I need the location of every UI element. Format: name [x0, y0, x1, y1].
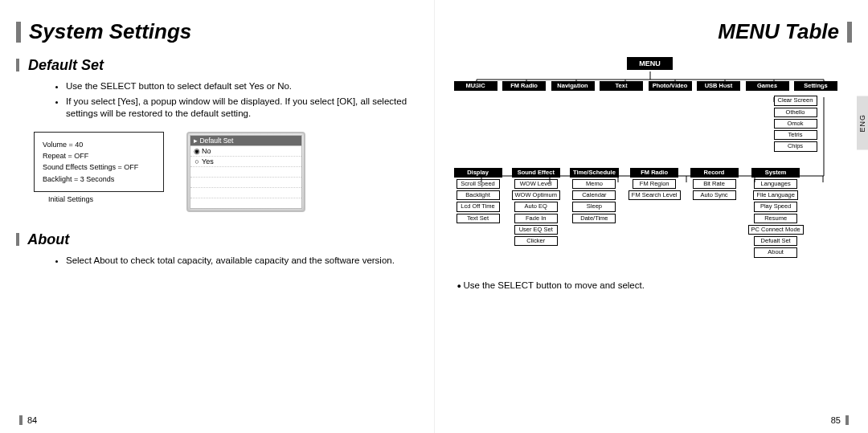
menu-tree: MENU MUSICFM RadioNavigationTextPhoto/Vi… — [454, 57, 846, 258]
games-submenu: Clear ScreenOthelloOmokTetrisChips — [774, 96, 817, 151]
initial-settings-box: Volume = 40 Repeat = OFF Sound Effects S… — [34, 132, 164, 193]
top-menu-node: FM Radio — [502, 81, 546, 91]
settings-item-node: Backlight — [457, 190, 500, 200]
settings-item-node: Sleep — [572, 202, 616, 211]
settings-group-column: Sound EffectWOW LevelWOW OptimumAuto EQF… — [512, 168, 561, 258]
games-item-node: Clear Screen — [774, 96, 817, 105]
settings-group-header: Record — [690, 168, 739, 178]
default-set-bullets: Use the SELECT button to select default … — [34, 80, 418, 121]
settings-item-node: Defualt Set — [754, 236, 797, 246]
games-item-node: Tetris — [774, 130, 817, 140]
top-menu-node: Navigation — [551, 81, 595, 91]
top-menu-node: Games — [746, 81, 789, 91]
menu-root-node: MENU — [627, 57, 673, 70]
settings-item-node: FM Region — [633, 179, 676, 189]
section-about-label: About — [27, 231, 69, 247]
title-text: System Settings — [29, 19, 191, 44]
right-page-title: MENU Table — [451, 19, 853, 44]
settings-item-node: Scroll Speed — [457, 179, 500, 189]
lcd-header-label: Default Set — [199, 137, 233, 145]
lcd-screen: ▸ Default Set ◉No ○Yes — [190, 135, 302, 209]
top-menu-node: USB Host — [697, 81, 740, 91]
page-number-right: 85 — [831, 415, 849, 425]
games-item-node: Othello — [774, 108, 817, 117]
settings-item-node: About — [754, 247, 797, 257]
settings-group-column: SystemLanguagesFile LanguagePlay SpeedRe… — [748, 168, 804, 258]
section-divider-icon — [16, 233, 19, 246]
settings-item-node: Clicker — [514, 236, 558, 246]
settings-item-node: Lcd Off Time — [457, 202, 500, 211]
page-number-left: 84 — [19, 415, 37, 425]
init-line: Sound Effects Settings = OFF — [43, 161, 155, 173]
section-default-set-label: Default Set — [28, 57, 104, 73]
language-tab: ENG — [857, 96, 868, 150]
lcd-blank-row — [190, 188, 301, 198]
lcd-mockup: ▸ Default Set ◉No ○Yes — [186, 132, 305, 212]
settings-item-node: FM Search Level — [628, 190, 681, 200]
init-line: Repeat = OFF — [43, 150, 155, 161]
settings-item-node: Memo — [572, 179, 616, 189]
settings-item-node: Auto EQ — [514, 202, 558, 211]
settings-item-node: Languages — [754, 179, 797, 189]
settings-group-column: FM RadioFM RegionFM Search Level — [628, 168, 681, 258]
init-line: Backlight = 3 Seconds — [43, 174, 155, 185]
initial-settings-figure: Volume = 40 Repeat = OFF Sound Effects S… — [34, 132, 164, 212]
settings-group-column: Time/ScheduleMemoCalendarSleepDate/Time — [570, 168, 619, 258]
settings-group-header: Display — [454, 168, 502, 178]
lcd-option-yes: ○Yes — [190, 157, 301, 167]
bullet-item: Use the SELECT button to select default … — [66, 80, 418, 93]
initial-settings-caption: Initial Settings — [48, 195, 164, 203]
settings-item-node: Date/Time — [572, 214, 616, 223]
games-item-node: Chips — [774, 141, 817, 151]
settings-item-node: WOW Level — [514, 179, 558, 189]
top-menu-node: Settings — [794, 81, 837, 91]
settings-item-node: Resume — [754, 214, 797, 223]
lcd-blank-row — [190, 167, 301, 178]
radio-unselected-icon: ○ — [194, 157, 200, 165]
settings-item-node: PC Connect Mode — [748, 225, 804, 235]
settings-item-node: User EQ Set — [514, 225, 558, 235]
title-divider-icon — [847, 22, 852, 43]
left-page: System Settings Default Set Use the SELE… — [0, 0, 435, 433]
settings-item-node: Calendar — [572, 190, 616, 200]
left-page-title: System Settings — [16, 19, 418, 44]
init-line: Volume = 40 — [43, 139, 155, 150]
games-item-node: Omok — [774, 119, 817, 129]
about-bullets: Select About to check total capacity, av… — [34, 255, 418, 268]
settings-group-column: RecordBit RateAuto Sync — [690, 168, 739, 258]
settings-group-column: DisplayScroll SpeedBacklightLcd Off Time… — [454, 168, 502, 258]
section-about-heading: About — [16, 231, 418, 248]
top-menu-node: Photo/Video — [649, 81, 692, 91]
radio-selected-icon: ◉ — [194, 147, 200, 155]
settings-item-node: Auto Sync — [693, 190, 736, 200]
top-menu-row: MUSICFM RadioNavigationTextPhoto/VideoUS… — [454, 81, 846, 91]
top-menu-node: Text — [600, 81, 643, 91]
settings-group-header: FM Radio — [630, 168, 678, 178]
section-default-set-heading: Default Set — [16, 57, 418, 74]
settings-groups-row: DisplayScroll SpeedBacklightLcd Off Time… — [454, 168, 846, 258]
lcd-option-label: Yes — [202, 157, 214, 165]
settings-item-node: Text Set — [457, 214, 500, 223]
settings-group-header: Time/Schedule — [570, 168, 619, 178]
settings-item-node: WOW Optimum — [512, 190, 561, 200]
settings-item-node: Play Speed — [754, 202, 797, 211]
settings-group-header: System — [751, 168, 800, 178]
bullet-item: Select About to check total capacity, av… — [66, 255, 418, 268]
menu-root: MENU — [454, 57, 846, 70]
footnote: Use the SELECT button to move and select… — [457, 280, 853, 290]
lcd-header: ▸ Default Set — [190, 136, 301, 146]
settings-item-node: Fade In — [514, 214, 558, 223]
figures-row: Volume = 40 Repeat = OFF Sound Effects S… — [34, 132, 418, 212]
title-divider-icon — [16, 22, 21, 43]
lcd-blank-row — [190, 198, 301, 208]
bullet-item: If you select [Yes], a popup window will… — [66, 96, 418, 121]
settings-item-node: Bit Rate — [693, 179, 736, 189]
right-page: ENG MENU Table — [435, 0, 869, 433]
lcd-option-no: ◉No — [190, 146, 301, 157]
lcd-option-label: No — [202, 147, 211, 155]
lcd-blank-row — [190, 178, 301, 188]
settings-group-header: Sound Effect — [512, 168, 560, 178]
top-menu-node: MUSIC — [454, 81, 497, 91]
section-divider-icon — [16, 59, 19, 71]
settings-item-node: File Language — [753, 190, 798, 200]
